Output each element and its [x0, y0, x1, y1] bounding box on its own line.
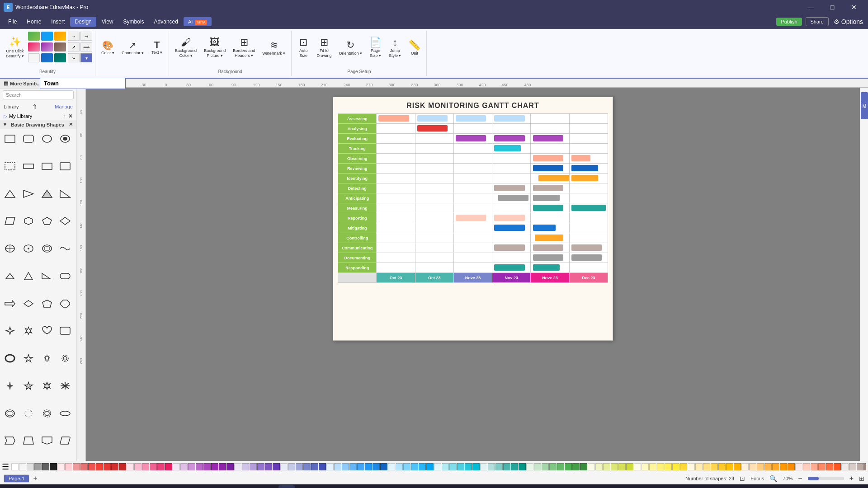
shape-gear[interactable] [57, 350, 73, 366]
style-btn-8[interactable] [41, 53, 53, 62]
color-swatch[interactable] [111, 463, 118, 470]
color-swatch[interactable] [542, 463, 549, 470]
color-swatch[interactable] [311, 463, 318, 470]
search-input[interactable] [3, 90, 74, 99]
diagram-page[interactable]: RISK MONITORING GANTT CHART [333, 97, 613, 341]
color-swatch[interactable] [503, 463, 510, 470]
color-swatch[interactable] [488, 463, 495, 470]
color-swatch[interactable] [403, 463, 410, 470]
color-swatch[interactable] [219, 463, 226, 470]
color-swatch[interactable] [757, 463, 764, 470]
color-swatch[interactable] [649, 463, 656, 470]
color-swatch[interactable] [695, 463, 703, 470]
color-swatch[interactable] [857, 463, 864, 470]
taskbar-search-icon[interactable]: 🔍 [24, 485, 40, 488]
shape-isoceles-triangle[interactable] [20, 268, 37, 284]
color-swatch[interactable] [180, 463, 188, 470]
color-swatch[interactable] [526, 463, 533, 470]
menu-symbols[interactable]: Symbols [119, 17, 149, 27]
shape-rect-rounded-outline[interactable] [20, 131, 37, 147]
shape-rounded-parallelogram[interactable] [57, 432, 73, 449]
color-swatch[interactable] [642, 463, 649, 470]
canvas-scroll[interactable]: 40 60 80 100 120 140 160 180 200 220 240… [77, 88, 868, 461]
style-btn-9[interactable] [54, 53, 66, 62]
watermark-btn[interactable]: ≋ Watermark ▾ [259, 32, 288, 63]
shape-parallelogram[interactable] [2, 213, 18, 229]
color-swatch[interactable] [864, 463, 866, 470]
color-swatch[interactable] [841, 463, 849, 470]
color-swatch[interactable] [741, 463, 749, 470]
maximize-btn[interactable]: □ [822, 0, 843, 14]
shape-wave[interactable] [57, 240, 73, 257]
canvas-content[interactable]: RISK MONITORING GANTT CHART [86, 88, 860, 461]
color-swatch[interactable] [726, 463, 733, 470]
color-swatch[interactable] [703, 463, 710, 470]
color-swatch[interactable] [803, 463, 810, 470]
style-btn-4[interactable] [28, 42, 40, 52]
color-swatch[interactable] [173, 463, 180, 470]
shape-chevron[interactable] [2, 432, 18, 449]
menu-home[interactable]: Home [22, 17, 46, 27]
page-tab-1[interactable]: Page-1 [4, 474, 29, 483]
shape-rect-thin[interactable] [20, 158, 37, 174]
my-library-label[interactable]: My Library [9, 113, 32, 119]
taskbar-edge[interactable]: 🌐 [206, 485, 222, 488]
shape-diamond-small[interactable] [20, 296, 37, 312]
color-swatch[interactable] [572, 463, 580, 470]
shape-diamond[interactable] [57, 213, 73, 229]
color-swatch[interactable] [595, 463, 603, 470]
library-header[interactable]: Library ⇑ Manage [0, 101, 76, 112]
shape-rect-outline[interactable] [2, 131, 18, 147]
color-swatch[interactable] [611, 463, 618, 470]
color-swatch[interactable] [357, 463, 364, 470]
shape-triangle-outline[interactable] [2, 186, 18, 202]
color-swatch[interactable] [188, 463, 195, 470]
color-swatch[interactable] [826, 463, 833, 470]
color-swatch[interactable] [280, 463, 288, 470]
shape-pentagon-flat[interactable] [39, 296, 55, 312]
arrow-style-6[interactable]: ▾ [80, 53, 92, 62]
shape-star5[interactable] [20, 350, 37, 366]
manage-btn[interactable]: Manage [55, 104, 73, 109]
color-swatch[interactable] [580, 463, 587, 470]
remove-library-btn[interactable]: ✕ [68, 113, 73, 119]
shape-gear2[interactable] [39, 405, 55, 422]
shape-oval[interactable] [57, 405, 73, 422]
shape-circle-dot[interactable] [20, 240, 37, 257]
fit-window-btn[interactable]: ⊞ [859, 475, 864, 482]
color-swatch[interactable] [211, 463, 218, 470]
shape-star5-outline[interactable] [20, 378, 37, 394]
menu-design[interactable]: Design [70, 17, 96, 27]
menu-advanced[interactable]: Advanced [150, 17, 183, 27]
start-button[interactable] [4, 485, 22, 488]
color-swatch[interactable] [349, 463, 357, 470]
color-swatch[interactable] [557, 463, 564, 470]
right-panel-btn[interactable]: M [861, 92, 868, 119]
color-swatch[interactable] [319, 463, 326, 470]
shape-rounded-rect[interactable] [57, 268, 73, 284]
color-swatch[interactable] [734, 463, 741, 470]
color-swatch[interactable] [196, 463, 203, 470]
color-swatch[interactable] [672, 463, 679, 470]
color-swatch[interactable] [495, 463, 503, 470]
color-swatch[interactable] [380, 463, 387, 470]
arrow-style-4[interactable]: ⟹ [80, 42, 92, 52]
zoom-out-btn[interactable]: − [798, 474, 802, 483]
shape-heart[interactable] [39, 323, 55, 339]
style-btn-6[interactable] [54, 42, 66, 52]
color-swatch[interactable] [618, 463, 626, 470]
taskbar-chrome[interactable]: 🌍 [224, 485, 241, 488]
color-swatch[interactable] [849, 463, 856, 470]
color-swatch[interactable] [688, 463, 695, 470]
color-swatch[interactable] [711, 463, 718, 470]
color-swatch[interactable] [388, 463, 395, 470]
connector-btn[interactable]: ↗ Connector ▾ [118, 32, 147, 63]
color-swatch[interactable] [718, 463, 726, 470]
add-library-btn[interactable]: + [63, 113, 66, 119]
color-swatch[interactable] [57, 463, 65, 470]
shape-circle-filled[interactable] [57, 131, 73, 147]
expand-my-library[interactable]: ▷ [4, 113, 7, 119]
shape-ring-thin[interactable] [2, 405, 18, 422]
shape-small-triangle[interactable] [2, 268, 18, 284]
shape-rect-wider[interactable] [57, 158, 73, 174]
